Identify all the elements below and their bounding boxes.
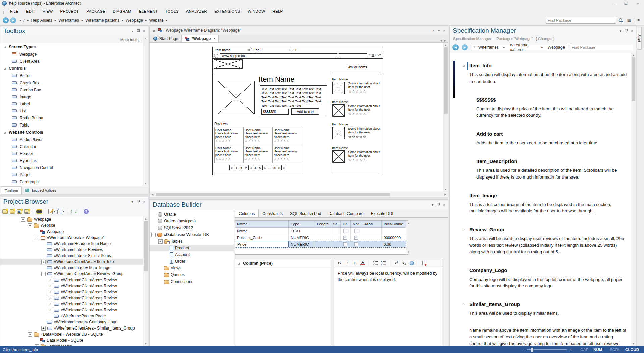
maximize-button[interactable]: ☐ <box>620 0 632 7</box>
new-package-icon[interactable] <box>2 209 8 214</box>
toolbox-item-image[interactable]: Image <box>0 93 143 100</box>
tab-execute-ddl[interactable]: Execute DDL <box>367 210 398 217</box>
db-row-connections[interactable]: Connections <box>150 278 234 285</box>
toolbox-item-audio-player[interactable]: Audio Player <box>0 136 143 143</box>
toggle-scrl[interactable]: SCRL <box>610 348 620 352</box>
tree-row-review[interactable]: +«WireframeClientArea» Review <box>0 283 143 289</box>
close-tab-icon[interactable]: × <box>214 37 216 40</box>
panel-close-icon[interactable]: × <box>443 203 445 207</box>
tree-row-data-model-sqlite[interactable]: Data Model - SQLite <box>0 337 143 343</box>
notes-text[interactable]: Price will always be local currency, wil… <box>334 267 442 346</box>
panel-dropdown-icon[interactable]: ▾ <box>432 203 433 207</box>
bold-icon[interactable]: B <box>337 261 342 266</box>
tree-row-review-group[interactable]: −«WireframeClientArea» Review_Group <box>0 271 143 277</box>
collapse-icon[interactable]: « <box>474 45 476 50</box>
collapsed-icon[interactable]: ▷ <box>463 302 465 306</box>
tab-webpage[interactable]: *Webpage× <box>181 35 219 42</box>
grid-row-product-code[interactable]: Product_CodeNUMERIC00000000 <box>235 234 406 241</box>
db-row-account[interactable]: Account <box>150 251 234 258</box>
numbered-list-icon[interactable] <box>381 261 386 265</box>
panel-dropdown-icon[interactable]: ▾ <box>131 29 133 33</box>
scroll-up-icon[interactable]: ▲ <box>631 53 636 57</box>
subscript-icon[interactable]: x₂ <box>402 261 407 265</box>
scroll-thumb[interactable] <box>144 221 148 271</box>
tree-row-datamodel[interactable]: −«DataModel» Website DB - SQLite <box>0 331 143 337</box>
menu-element[interactable]: ELEMENT <box>135 7 161 16</box>
expand-toggle[interactable]: + <box>35 344 39 346</box>
toolbox-item-button[interactable]: Button <box>0 72 143 79</box>
pk-checkbox[interactable] <box>343 242 347 246</box>
db-row-queries[interactable]: Queries <box>150 271 234 278</box>
scroll-up-icon[interactable]: ▲ <box>406 221 411 225</box>
grid-row-price[interactable]: PriceNUMERIC0.00 <box>235 241 406 248</box>
toggle-cloud[interactable]: CLOUD <box>625 348 639 352</box>
menu-help[interactable]: HELP <box>269 7 286 16</box>
hyperlink-icon[interactable] <box>410 261 414 265</box>
pin-icon[interactable] <box>137 200 140 204</box>
dropdown-caret-icon[interactable]: ▾ <box>63 210 64 213</box>
toolbox-item-list[interactable]: List <box>0 107 143 114</box>
db-row-order[interactable]: Order <box>150 258 234 265</box>
expand-toggle[interactable]: + <box>48 296 52 300</box>
grid-header-row[interactable]: NameTypeLengthSc...PKNot ...AliasInitial… <box>235 221 406 228</box>
scroll-down-icon[interactable]: ▼ <box>143 181 148 186</box>
breadcrumb-website[interactable]: Website <box>149 18 163 23</box>
spec-entry-review-group[interactable]: ▷Review_Group This area will be used to … <box>469 226 627 255</box>
db-row-oracle[interactable]: Oracle <box>150 211 234 218</box>
spec-find-package-input[interactable] <box>570 44 633 51</box>
db-row-tables[interactable]: −Tables <box>150 238 234 245</box>
db-right-scrollbar[interactable] <box>444 259 448 346</box>
italic-icon[interactable]: I <box>345 261 350 266</box>
grid-scrollbar[interactable]: ▲ ▼ <box>406 221 411 254</box>
toolbox-item-hyperlink[interactable]: Hyperlink <box>0 157 143 164</box>
pk-checkbox[interactable] <box>343 229 347 233</box>
tab-toolbox[interactable]: Toolbox <box>1 186 22 194</box>
menu-window[interactable]: WINDOW <box>244 7 269 16</box>
panel-close-icon[interactable]: × <box>143 29 145 33</box>
spec-entry-price[interactable]: $$$$$$$ Control to display the price of … <box>476 97 627 119</box>
menu-view[interactable]: VIEW <box>39 7 57 16</box>
scroll-up-icon[interactable]: ▲ <box>443 43 448 47</box>
toolbox-item-label[interactable]: Label <box>0 100 143 107</box>
db-row-sqlserver[interactable]: SQLServer2012 <box>150 224 234 231</box>
tree-row-pager[interactable]: «WireframePager» Pager <box>0 313 143 319</box>
section-expanded-icon[interactable]: ◢ <box>238 262 240 265</box>
expand-toggle[interactable]: + <box>48 308 52 312</box>
menu-project[interactable]: PROJECT <box>57 7 83 16</box>
panel-close-icon[interactable]: × <box>443 29 445 32</box>
expand-toggle[interactable]: + <box>48 278 52 282</box>
new-folder-icon[interactable] <box>10 209 15 214</box>
forward-button[interactable]: ▶ <box>10 17 16 23</box>
zoom-slider[interactable] <box>527 349 567 350</box>
spec-forward-button[interactable]: ▶ <box>462 44 468 50</box>
panel-close-icon[interactable]: × <box>143 200 145 204</box>
tree-row-webpage-pkg[interactable]: −Webpage <box>0 216 143 222</box>
breadcrumb-webpage[interactable]: Webpage <box>126 18 143 23</box>
spec-entry-item-description[interactable]: Item_Description This area is used for a… <box>476 158 627 181</box>
pk-checkbox[interactable] <box>343 236 347 240</box>
breadcrumb-wireframe-patterns[interactable]: Wireframe patterns <box>85 18 119 23</box>
help-icon[interactable]: ? <box>84 209 89 214</box>
document-icon[interactable] <box>422 261 426 265</box>
expand-toggle[interactable]: + <box>48 284 52 288</box>
db-row-views[interactable]: Views <box>150 265 234 271</box>
toolbox-item-client-area[interactable]: Client Area <box>0 58 143 65</box>
pin-icon[interactable] <box>625 29 628 33</box>
tree-row-similar-items[interactable]: «WireframeLabel» Similar Items <box>0 253 143 259</box>
toolbox-item-calendar[interactable]: Calendar <box>0 143 143 150</box>
spec-entry-item-image[interactable]: Item_Image This is a full colour image o… <box>469 193 627 215</box>
hamburger-icon[interactable]: ≡ <box>637 18 640 23</box>
toolbox-item-radio-button[interactable]: Radio Button <box>0 114 143 121</box>
new-element-icon[interactable] <box>24 209 30 214</box>
spec-back-button[interactable]: ◀ <box>452 44 459 50</box>
tree-row-review[interactable]: +«WireframeClientArea» Review <box>0 301 143 307</box>
toggle-caps[interactable]: CAP <box>581 348 589 352</box>
scroll-up-icon[interactable]: ▲ <box>143 36 148 41</box>
move-down-icon[interactable]: ↓ <box>75 209 77 214</box>
tree-row-item-info[interactable]: +«WireframeClientArea» Item_Info <box>0 259 143 265</box>
expand-toggle[interactable]: + <box>48 290 52 294</box>
scroll-down-icon[interactable]: ▼ <box>443 187 448 192</box>
toolbox-item-webpage[interactable]: Webpage <box>0 51 143 58</box>
expand-toggle[interactable]: + <box>41 326 46 331</box>
collapsed-icon[interactable]: ▷ <box>463 228 465 231</box>
